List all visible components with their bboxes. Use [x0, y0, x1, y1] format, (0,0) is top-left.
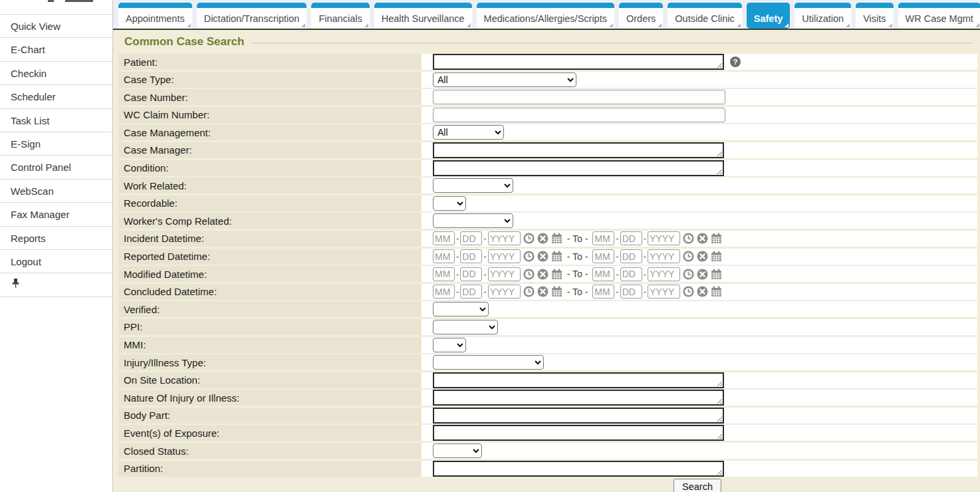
- case-manager-field[interactable]: [433, 142, 724, 158]
- concluded-datetime-to-yyyy-field[interactable]: [648, 285, 680, 299]
- clock-icon[interactable]: [683, 286, 694, 297]
- concluded-datetime-from-mm-field[interactable]: [433, 285, 455, 299]
- tab-financials[interactable]: Financials: [311, 3, 369, 29]
- clock-icon[interactable]: [683, 269, 694, 280]
- modified-datetime-to-dd-field[interactable]: [620, 267, 642, 281]
- calendar-icon[interactable]: [551, 251, 562, 262]
- modified-datetime-to-yyyy-field[interactable]: [648, 267, 680, 281]
- clock-icon[interactable]: [683, 233, 694, 244]
- body-part-field[interactable]: [433, 408, 724, 424]
- clock-icon[interactable]: [523, 269, 535, 280]
- reported-datetime-to-yyyy-field[interactable]: [648, 249, 680, 263]
- modified-datetime-from-mm-field[interactable]: [433, 267, 455, 281]
- worker-s-comp-related-select[interactable]: [433, 213, 513, 228]
- concluded-datetime-to-mm-field[interactable]: [592, 285, 614, 299]
- incident-datetime-to-dd-field[interactable]: [620, 231, 642, 245]
- sidebar-item-checkin[interactable]: Checkin: [0, 62, 112, 85]
- sidebar-item-quick-view[interactable]: Quick View: [0, 15, 112, 38]
- clear-icon[interactable]: [697, 233, 708, 244]
- modified-datetime-from-yyyy-field[interactable]: [488, 267, 521, 281]
- reported-datetime-from-dd-field[interactable]: [460, 249, 482, 263]
- field-cell-incident-datetime: --- To ---: [422, 231, 977, 247]
- case-type-select[interactable]: All: [433, 72, 576, 87]
- clear-icon[interactable]: [537, 286, 549, 297]
- calendar-icon[interactable]: [551, 269, 562, 280]
- incident-datetime-to-mm-field[interactable]: [592, 231, 614, 245]
- form-row-work-related: Work Related:: [118, 178, 977, 193]
- tab-utilization[interactable]: Utilization: [795, 3, 851, 29]
- reported-datetime-to-dd-field[interactable]: [620, 249, 642, 263]
- case-management-select[interactable]: All: [433, 125, 504, 140]
- sidebar-item-e-chart[interactable]: E-Chart: [0, 38, 112, 61]
- tab-wr-case-mgmt[interactable]: WR Case Mgmt: [898, 3, 980, 29]
- help-icon[interactable]: ?: [730, 57, 741, 67]
- clock-icon[interactable]: [523, 233, 535, 244]
- partition-field[interactable]: [433, 461, 724, 477]
- mmi-select[interactable]: [433, 338, 466, 352]
- reported-datetime-from-mm-field[interactable]: [433, 249, 455, 263]
- clear-icon[interactable]: [537, 251, 549, 262]
- sidebar-item-control-panel[interactable]: Control Panel: [0, 156, 112, 179]
- field-label-case-management: Case Management:: [118, 124, 422, 140]
- tab-visits[interactable]: Visits: [856, 3, 893, 29]
- reported-datetime-from-yyyy-field[interactable]: [488, 249, 521, 263]
- sidebar-item-scheduler[interactable]: Scheduler: [0, 85, 112, 108]
- sidebar-item-webscan[interactable]: WebScan: [0, 180, 112, 203]
- field-label-on-site-location: On Site Location:: [118, 372, 422, 388]
- tab-appointments[interactable]: Appointments: [118, 3, 192, 29]
- pin-sidebar-button[interactable]: [0, 273, 112, 297]
- sidebar-item-reports[interactable]: Reports: [0, 227, 112, 250]
- incident-datetime-from-yyyy-field[interactable]: [488, 231, 521, 245]
- modified-datetime-to-mm-field[interactable]: [592, 267, 614, 281]
- search-button[interactable]: Search: [674, 479, 721, 492]
- clear-icon[interactable]: [697, 286, 708, 297]
- calendar-icon[interactable]: [551, 286, 562, 297]
- clock-icon[interactable]: [683, 251, 694, 262]
- sidebar-item-logout[interactable]: Logout: [0, 250, 112, 273]
- tab-health-surveillance[interactable]: Health Surveillance: [374, 3, 472, 29]
- tab-medications-allergies-scripts[interactable]: Medications/Allergies/Scripts: [477, 3, 614, 29]
- clear-icon[interactable]: [697, 251, 708, 262]
- clear-icon[interactable]: [537, 233, 549, 244]
- concluded-datetime-from-yyyy-field[interactable]: [488, 285, 521, 299]
- calendar-icon[interactable]: [711, 233, 722, 244]
- injury-illness-type-select[interactable]: [433, 355, 544, 370]
- tab-orders[interactable]: Orders: [619, 3, 663, 29]
- tab-outside-clinic[interactable]: Outside Clinic: [668, 3, 741, 29]
- calendar-icon[interactable]: [711, 269, 722, 280]
- closed-status-select[interactable]: [433, 443, 482, 458]
- work-related-select[interactable]: [433, 178, 513, 193]
- tab-safety[interactable]: Safety: [747, 3, 791, 29]
- incident-datetime-from-mm-field[interactable]: [433, 231, 455, 245]
- wc-claim-number-field[interactable]: [433, 108, 725, 122]
- case-number-field[interactable]: [433, 90, 725, 104]
- reported-datetime-to-mm-field[interactable]: [592, 249, 614, 263]
- field-cell-work-related: [422, 178, 977, 193]
- calendar-icon[interactable]: [551, 233, 562, 244]
- verified-select[interactable]: [433, 302, 489, 316]
- concluded-datetime-to-dd-field[interactable]: [620, 285, 642, 299]
- incident-datetime-to-yyyy-field[interactable]: [648, 231, 680, 245]
- sidebar-item-task-list[interactable]: Task List: [0, 109, 112, 132]
- event-s-of-exposure-field[interactable]: [433, 425, 724, 441]
- modified-datetime-from-dd-field[interactable]: [460, 267, 482, 281]
- sidebar-item-e-sign[interactable]: E-Sign: [0, 132, 112, 156]
- condition-field[interactable]: [433, 160, 724, 176]
- clock-icon[interactable]: [523, 286, 535, 297]
- form-row-recordable: Recordable:: [118, 195, 977, 211]
- sidebar-item-fax-manager[interactable]: Fax Manager: [0, 203, 112, 226]
- clock-icon[interactable]: [523, 251, 535, 262]
- patient-field[interactable]: [433, 54, 724, 70]
- clear-icon[interactable]: [537, 269, 549, 280]
- incident-datetime-from-dd-field[interactable]: [460, 231, 482, 245]
- field-cell-ppi: [422, 319, 977, 335]
- concluded-datetime-from-dd-field[interactable]: [460, 285, 482, 299]
- nature-of-injury-or-illness-field[interactable]: [433, 390, 724, 406]
- calendar-icon[interactable]: [711, 286, 722, 297]
- recordable-select[interactable]: [433, 196, 466, 211]
- tab-dictation-transcription[interactable]: Dictation/Transcription: [197, 3, 307, 29]
- calendar-icon[interactable]: [711, 251, 722, 262]
- ppi-select[interactable]: [433, 320, 498, 334]
- clear-icon[interactable]: [697, 269, 708, 280]
- on-site-location-field[interactable]: [433, 372, 724, 388]
